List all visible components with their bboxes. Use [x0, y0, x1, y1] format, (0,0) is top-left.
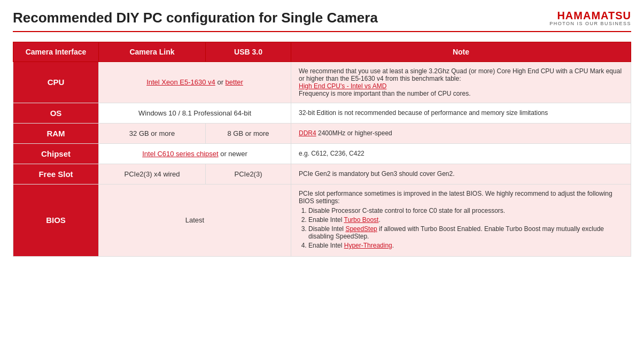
table-row-ram: RAM32 GB or more8 GB or moreDDR4 2400MHz…: [13, 123, 631, 143]
col-header-usb: USB 3.0: [206, 42, 291, 61]
freeslot-row-header: Free Slot: [13, 164, 99, 184]
bios-note-cell: PCIe slot performance sometimes is impro…: [291, 184, 631, 256]
page-title: Recommended DIY PC configuration for Sin…: [13, 10, 549, 26]
table-row-freeslot: Free SlotPCIe2(3) x4 wiredPCIe2(3)PCIe G…: [13, 164, 631, 184]
os-cl-usb-cell: Windows 10 / 8.1 Professional 64-bit: [99, 103, 291, 123]
cpu-row-header: CPU: [13, 61, 99, 103]
bios-row-header: BIOS: [13, 184, 99, 256]
table-row-bios: BIOSLatestPCIe slot performance sometime…: [13, 184, 631, 256]
os-note-cell: 32-bit Edition is not recommended becaus…: [291, 103, 631, 123]
table-row-os: OSWindows 10 / 8.1 Professional 64-bit32…: [13, 103, 631, 123]
table-row-chipset: ChipsetIntel C610 series chipset or newe…: [13, 143, 631, 164]
brand-tagline: PHOTON IS OUR BUSINESS: [549, 21, 631, 27]
os-row-header: OS: [13, 103, 99, 123]
ram-ddr4-link[interactable]: DDR4: [299, 129, 316, 137]
chipset-row-header: Chipset: [13, 143, 99, 164]
chipset-note-cell: e.g. C612, C236, C422: [291, 143, 631, 164]
cpu-cl-usb-cell: Intel Xeon E5-1630 v4 or better: [99, 61, 291, 103]
header-divider: [13, 31, 631, 32]
config-table: Camera Interface Camera Link USB 3.0 Not…: [13, 42, 631, 257]
freeslot-usb-cell: PCIe2(3): [206, 164, 291, 184]
col-header-note: Note: [291, 42, 631, 61]
ram-usb-cell: 8 GB or more: [206, 123, 291, 143]
bios-turbob-link[interactable]: Turbo Boost: [344, 216, 379, 224]
ram-cl-cell: 32 GB or more: [99, 123, 206, 143]
freeslot-note-cell: PCIe Gen2 is mandatory but Gen3 should c…: [291, 164, 631, 184]
ram-note-cell: DDR4 2400MHz or higher-speed: [291, 123, 631, 143]
cpu-note-link[interactable]: High End CPU's - Intel vs AMD: [299, 82, 386, 90]
cpu-note-cell: We recommend that you use at least a sin…: [291, 61, 631, 103]
col-header-cameralink: Camera Link: [99, 42, 206, 61]
bios-speedstep-link[interactable]: SpeedStep: [345, 225, 377, 233]
cpu-link-better[interactable]: better: [226, 78, 243, 86]
table-row-cpu: CPUIntel Xeon E5-1630 v4 or betterWe rec…: [13, 61, 631, 103]
bios-hyperthreading-link[interactable]: Hyper-Threading: [344, 242, 392, 249]
table-header-row: Camera Interface Camera Link USB 3.0 Not…: [13, 42, 631, 61]
cpu-link-xeon[interactable]: Intel Xeon E5-1630 v4: [146, 78, 215, 86]
brand-logo: HAMAMATSU PHOTON IS OUR BUSINESS: [549, 10, 631, 27]
brand-name: HAMAMATSU: [549, 10, 631, 21]
chipset-link[interactable]: Intel C610 series chipset: [142, 150, 218, 158]
chipset-cl-usb-cell: Intel C610 series chipset or newer: [99, 143, 291, 164]
ram-row-header: RAM: [13, 123, 99, 143]
freeslot-cl-cell: PCIe2(3) x4 wired: [99, 164, 206, 184]
page-header: Recommended DIY PC configuration for Sin…: [13, 10, 631, 27]
bios-cl-usb-cell: Latest: [99, 184, 291, 256]
col-header-interface: Camera Interface: [13, 42, 99, 61]
